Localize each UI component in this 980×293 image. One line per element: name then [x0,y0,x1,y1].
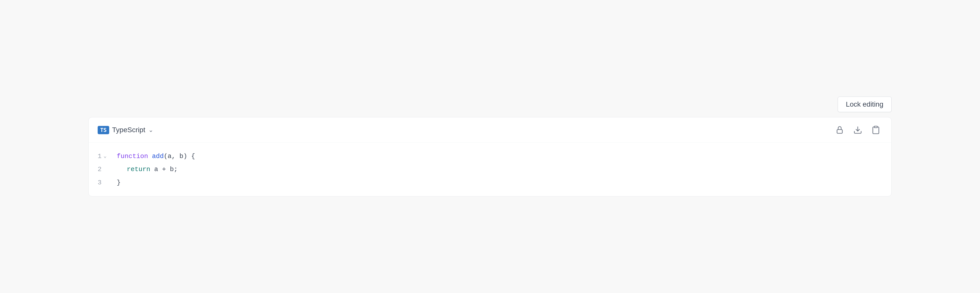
line-number-1: 1 ⌄ [98,151,110,162]
typescript-badge: TS [98,126,109,134]
params: a, b [168,152,183,160]
clipboard-icon-button[interactable] [869,124,882,136]
language-label: TypeScript [112,126,145,134]
paren-open: ( [164,152,168,160]
code-body: 1 ⌄ function add(a, b) { 2 return a + b;… [89,143,891,196]
language-selector[interactable]: TS TypeScript ⌄ [98,126,153,134]
keyword-function: function [117,152,152,160]
operator-plus: + [162,166,170,173]
svg-rect-2 [874,126,877,128]
line-number-2: 2 [98,164,110,175]
clipboard-icon [871,125,880,135]
paren-close-brace: ) { [183,152,195,160]
chevron-down-icon: ⌄ [148,127,153,133]
fold-arrow-1[interactable]: ⌄ [104,152,107,160]
fn-name-add: add [152,152,164,160]
lock-icon [835,125,844,135]
keyword-return: return [127,166,154,173]
param-b: b [170,166,174,173]
download-icon-button[interactable] [851,124,864,136]
lock-icon-button[interactable] [833,124,846,136]
code-text-1: function add(a, b) { [117,151,195,162]
code-line-3: 3 } [89,176,891,189]
param-a: a [154,166,162,173]
header-actions [833,124,882,136]
closing-brace: } [117,179,121,186]
code-text-2: return a + b; [117,164,178,175]
code-line-1: 1 ⌄ function add(a, b) { [89,150,891,163]
svg-rect-0 [837,130,842,133]
code-line-2: 2 return a + b; [89,163,891,176]
code-panel: TS TypeScript ⌄ [88,117,892,196]
download-icon [853,125,862,135]
line-number-3: 3 [98,177,110,188]
semicolon: ; [174,166,178,173]
lock-editing-button[interactable]: Lock editing [838,97,892,112]
code-text-3: } [117,177,121,188]
code-header: TS TypeScript ⌄ [89,117,891,143]
main-container: Lock editing TS TypeScript ⌄ [88,97,892,196]
